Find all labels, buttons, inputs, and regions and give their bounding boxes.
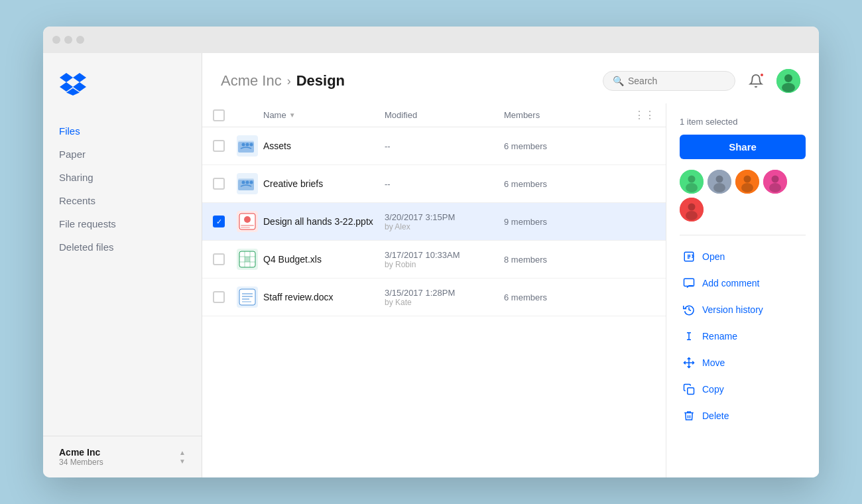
search-icon: 🔍 bbox=[613, 76, 624, 86]
file-row-creative-briefs[interactable]: Creative briefs--6 members bbox=[202, 165, 666, 203]
search-input[interactable] bbox=[628, 76, 725, 86]
svg-point-29 bbox=[688, 176, 696, 183]
action-move[interactable]: Move bbox=[680, 349, 806, 376]
select-all-checkbox[interactable] bbox=[213, 109, 225, 121]
file-list-header: Name ▼ Modified Members ⋮⋮ bbox=[202, 103, 666, 127]
sidebar-item-deleted-files[interactable]: Deleted files bbox=[43, 235, 202, 259]
svg-rect-16 bbox=[241, 227, 250, 228]
file-members-staff-review: 6 members bbox=[504, 292, 623, 302]
svg-point-30 bbox=[686, 183, 698, 192]
file-icon-design-all-hands bbox=[237, 211, 258, 232]
member-avatar-0[interactable] bbox=[680, 170, 704, 194]
titlebar bbox=[43, 27, 819, 53]
svg-point-41 bbox=[688, 204, 696, 211]
header-select-all[interactable] bbox=[213, 109, 237, 121]
action-label-move: Move bbox=[702, 357, 725, 368]
svg-point-12 bbox=[250, 181, 253, 184]
svg-point-7 bbox=[250, 143, 253, 147]
avatar-image bbox=[776, 69, 800, 93]
sort-arrow: ▼ bbox=[289, 111, 296, 119]
sidebar-item-files[interactable]: Files bbox=[43, 119, 202, 143]
action-rename[interactable]: Rename bbox=[680, 323, 806, 349]
traffic-light-maximize[interactable] bbox=[76, 36, 84, 44]
action-copy[interactable]: Copy bbox=[680, 376, 806, 403]
file-name-q4-budget: Q4 Budget.xls bbox=[263, 254, 322, 265]
action-label-add-comment: Add comment bbox=[702, 278, 759, 288]
file-members-design-all-hands: 9 members bbox=[504, 217, 623, 227]
checkbox-staff-review[interactable] bbox=[213, 291, 225, 303]
file-name-assets: Assets bbox=[263, 141, 291, 151]
sidebar-item-sharing[interactable]: Sharing bbox=[43, 166, 202, 189]
file-icon-staff-review bbox=[237, 286, 258, 308]
svg-point-38 bbox=[772, 176, 779, 183]
svg-point-35 bbox=[744, 176, 751, 183]
member-avatar-1[interactable] bbox=[708, 170, 731, 194]
checkbox-creative-briefs[interactable] bbox=[213, 178, 225, 190]
action-label-version-history: Version history bbox=[702, 304, 763, 315]
svg-point-33 bbox=[713, 183, 725, 192]
action-open[interactable]: Open bbox=[680, 243, 806, 270]
sidebar-footer: Acme Inc 34 Members ▲ ▼ bbox=[43, 436, 202, 477]
action-icon-copy bbox=[682, 383, 696, 396]
file-row-assets[interactable]: Assets--6 members bbox=[202, 127, 666, 165]
notification-bell[interactable] bbox=[745, 70, 767, 92]
svg-rect-44 bbox=[684, 279, 694, 286]
file-members-creative-briefs: 6 members bbox=[504, 179, 623, 189]
search-box[interactable]: 🔍 bbox=[603, 71, 735, 91]
app-window: FilesPaperSharingRecentsFile requestsDel… bbox=[43, 27, 819, 477]
sidebar-item-file-requests[interactable]: File requests bbox=[43, 212, 202, 235]
svg-rect-22 bbox=[245, 257, 250, 262]
svg-point-39 bbox=[769, 183, 781, 192]
file-row-design-all-hands[interactable]: ✓ Design all hands 3-22.pptx3/20/2017 3:… bbox=[202, 203, 666, 241]
breadcrumb: Acme Inc › Design bbox=[221, 72, 345, 90]
action-icon-open bbox=[682, 250, 696, 263]
checkbox-assets[interactable] bbox=[213, 140, 225, 152]
svg-point-14 bbox=[244, 216, 251, 223]
file-row-staff-review[interactable]: Staff review.docx3/15/2017 1:28PMby Kate… bbox=[202, 279, 666, 316]
file-name-design-all-hands: Design all hands 3-22.pptx bbox=[263, 216, 373, 227]
column-modified: Modified bbox=[385, 110, 504, 120]
column-members: Members bbox=[504, 110, 623, 120]
svg-point-42 bbox=[686, 211, 698, 220]
file-row-q4-budget[interactable]: Q4 Budget.xls3/17/2017 10:33AMby Robin8 … bbox=[202, 241, 666, 279]
svg-point-32 bbox=[716, 176, 723, 183]
file-icon-assets bbox=[237, 135, 258, 157]
action-icon-delete bbox=[682, 409, 696, 422]
action-delete[interactable]: Delete bbox=[680, 403, 806, 429]
action-add-comment[interactable]: Add comment bbox=[680, 270, 806, 296]
action-label-open: Open bbox=[702, 251, 725, 262]
svg-rect-23 bbox=[239, 289, 255, 305]
org-selector-arrow[interactable]: ▲ ▼ bbox=[179, 449, 186, 465]
org-name: Acme Inc bbox=[59, 447, 103, 458]
panel-divider bbox=[680, 235, 806, 235]
share-button[interactable]: Share bbox=[680, 135, 806, 159]
checkbox-q4-budget[interactable] bbox=[213, 253, 225, 265]
sidebar-item-paper[interactable]: Paper bbox=[43, 143, 202, 166]
member-avatar-2[interactable] bbox=[735, 170, 759, 194]
breadcrumb-separator: › bbox=[287, 74, 291, 88]
view-toggle[interactable]: ⋮⋮ bbox=[634, 109, 655, 121]
traffic-light-close[interactable] bbox=[52, 36, 60, 44]
action-version-history[interactable]: Version history bbox=[680, 296, 806, 323]
notification-dot bbox=[759, 72, 765, 78]
file-name-staff-review: Staff review.docx bbox=[263, 292, 334, 302]
breadcrumb-current: Design bbox=[296, 72, 345, 90]
org-members: 34 Members bbox=[59, 458, 103, 467]
svg-rect-15 bbox=[241, 225, 254, 226]
file-icon-q4-budget bbox=[237, 249, 258, 270]
action-label-copy: Copy bbox=[702, 384, 724, 395]
sidebar-item-recents[interactable]: Recents bbox=[43, 189, 202, 212]
file-members-assets: 6 members bbox=[504, 141, 623, 151]
user-avatar[interactable] bbox=[776, 69, 800, 93]
file-name-creative-briefs: Creative briefs bbox=[263, 178, 323, 189]
selection-info: 1 item selected bbox=[680, 117, 806, 127]
member-avatar-3[interactable] bbox=[763, 170, 787, 194]
action-label-delete: Delete bbox=[702, 410, 729, 421]
action-icon-move bbox=[682, 356, 696, 369]
member-avatar-4[interactable] bbox=[680, 198, 704, 221]
column-name[interactable]: Name ▼ bbox=[263, 110, 385, 120]
traffic-light-minimize[interactable] bbox=[64, 36, 72, 44]
sidebar-logo bbox=[43, 72, 202, 119]
file-members-q4-budget: 8 members bbox=[504, 255, 623, 265]
checkbox-design-all-hands[interactable]: ✓ bbox=[213, 216, 225, 227]
